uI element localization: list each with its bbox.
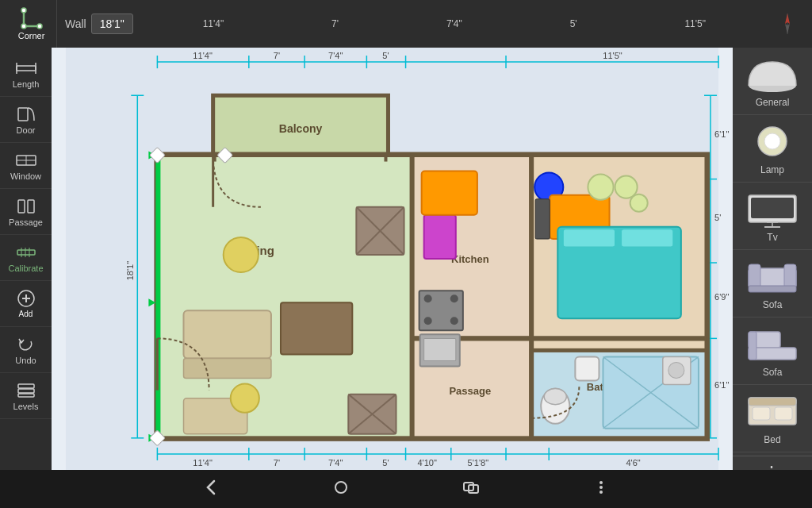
svg-text:7': 7' — [274, 51, 280, 60]
svg-text:11'5": 11'5" — [603, 51, 622, 60]
svg-rect-26 — [18, 394, 34, 397]
svg-point-121 — [450, 317, 458, 325]
tool-undo[interactable]: Undo — [0, 327, 52, 373]
back-button[interactable] — [193, 470, 228, 508]
tool-door[interactable]: Door — [0, 97, 52, 143]
svg-point-161 — [599, 491, 603, 494]
svg-text:7': 7' — [274, 458, 280, 468]
svg-text:4'6": 4'6" — [626, 458, 640, 468]
corner-button[interactable]: Corner — [6, 0, 57, 48]
svg-point-120 — [424, 317, 432, 325]
svg-point-118 — [424, 294, 432, 302]
right-panel: General Lamp Tv — [733, 48, 812, 470]
svg-rect-126 — [575, 356, 599, 380]
svg-text:Kitchen: Kitchen — [451, 253, 489, 265]
svg-rect-24 — [18, 384, 34, 388]
svg-point-99 — [231, 384, 259, 413]
svg-text:Passage: Passage — [449, 385, 491, 397]
svg-text:7'4": 7'4" — [328, 51, 343, 60]
panel-label-bed: Bed — [764, 434, 780, 445]
panel-item-sofa1[interactable]: Sofa — [733, 250, 812, 318]
svg-point-3 — [21, 24, 26, 29]
wall-label: Wall — [65, 17, 86, 30]
svg-rect-16 — [28, 200, 34, 213]
svg-rect-25 — [18, 389, 34, 393]
top-dimensions: 11'4" 7' 7'4" 5' 11'5" — [133, 18, 776, 29]
svg-rect-116 — [535, 199, 550, 239]
svg-rect-11 — [18, 108, 28, 121]
svg-point-98 — [224, 237, 259, 272]
svg-rect-15 — [18, 200, 25, 213]
svg-text:5'1'8": 5'1'8" — [468, 458, 489, 468]
svg-text:18'1": 18'1" — [125, 261, 135, 281]
panel-label-general: General — [756, 97, 790, 108]
panel-label-sofa2: Sofa — [763, 367, 783, 378]
tool-window[interactable]: Window — [0, 143, 52, 189]
svg-rect-147 — [784, 264, 796, 288]
svg-rect-154 — [753, 407, 770, 420]
tv-icon — [745, 189, 800, 229]
panel-label-lamp: Lamp — [760, 164, 784, 175]
svg-point-112 — [630, 194, 648, 212]
panel-more[interactable]: ⋮ — [733, 456, 812, 470]
svg-text:6'1": 6'1" — [714, 129, 729, 139]
svg-point-2 — [21, 8, 26, 13]
svg-rect-97 — [281, 302, 352, 354]
panel-label-tv: Tv — [767, 232, 777, 243]
svg-rect-155 — [775, 407, 792, 420]
svg-point-160 — [599, 486, 603, 489]
panel-item-tv[interactable]: Tv — [733, 183, 812, 250]
svg-text:5': 5' — [714, 213, 721, 222]
bottom-nav — [0, 470, 812, 508]
panel-item-lamp[interactable]: Lamp — [733, 115, 812, 183]
svg-point-125 — [544, 389, 566, 405]
dim-2: 7' — [331, 18, 339, 29]
floor-plan-canvas[interactable]: 11'4" 7' 7'4" 5' 11'5" 18'1" 6'1" 5' 6'9… — [52, 48, 733, 470]
svg-rect-146 — [749, 264, 760, 288]
panel-item-sofa2[interactable]: Sofa — [733, 318, 812, 385]
svg-text:6'1": 6'1" — [714, 380, 729, 390]
svg-point-139 — [764, 133, 780, 149]
corner-label: Corner — [18, 31, 45, 40]
compass-icon — [776, 12, 799, 36]
svg-rect-107 — [422, 171, 477, 215]
svg-rect-8 — [17, 66, 36, 71]
dim-4: 5' — [570, 18, 577, 29]
svg-text:6'9": 6'9" — [714, 292, 729, 302]
more-button[interactable] — [584, 470, 619, 508]
svg-rect-148 — [749, 286, 796, 292]
general-icon — [745, 54, 800, 94]
tool-levels[interactable]: Levels — [0, 373, 52, 419]
tool-passage[interactable]: Passage — [0, 189, 52, 235]
svg-text:11'4": 11'4" — [193, 458, 213, 468]
recent-button[interactable] — [454, 470, 488, 508]
svg-rect-94 — [184, 310, 271, 358]
lamp-icon — [745, 121, 800, 161]
dim-3: 7'4" — [446, 18, 462, 29]
tool-add[interactable]: Add — [0, 281, 52, 327]
tool-length[interactable]: Length — [0, 51, 52, 97]
svg-rect-123 — [424, 338, 456, 360]
panel-item-general[interactable]: General — [733, 48, 812, 115]
panel-item-bed[interactable]: Bed — [733, 385, 812, 452]
svg-rect-90 — [155, 156, 160, 438]
dim-5: 11'5" — [684, 18, 706, 29]
svg-text:11'4": 11'4" — [193, 51, 213, 60]
panel-label-sofa1: Sofa — [763, 299, 783, 310]
svg-rect-153 — [749, 398, 796, 406]
svg-rect-17 — [17, 250, 35, 255]
svg-rect-115 — [622, 229, 673, 247]
top-bar: Corner Wall 18'1" 11'4" 7' 7'4" 5' 11'5" — [0, 0, 812, 48]
svg-point-110 — [588, 175, 613, 200]
bed-icon — [745, 391, 800, 431]
svg-point-159 — [599, 481, 603, 484]
svg-text:7'4": 7'4" — [328, 458, 343, 468]
tool-calibrate[interactable]: Calibrate — [0, 235, 52, 281]
svg-point-131 — [668, 362, 684, 378]
main-area: Length Door Window Passage — [0, 48, 812, 470]
left-toolbar: Length Door Window Passage — [0, 48, 52, 470]
home-button[interactable] — [324, 470, 358, 508]
svg-rect-156 — [335, 482, 347, 493]
sofa2-icon — [745, 324, 800, 364]
wall-value[interactable]: 18'1" — [91, 13, 133, 34]
